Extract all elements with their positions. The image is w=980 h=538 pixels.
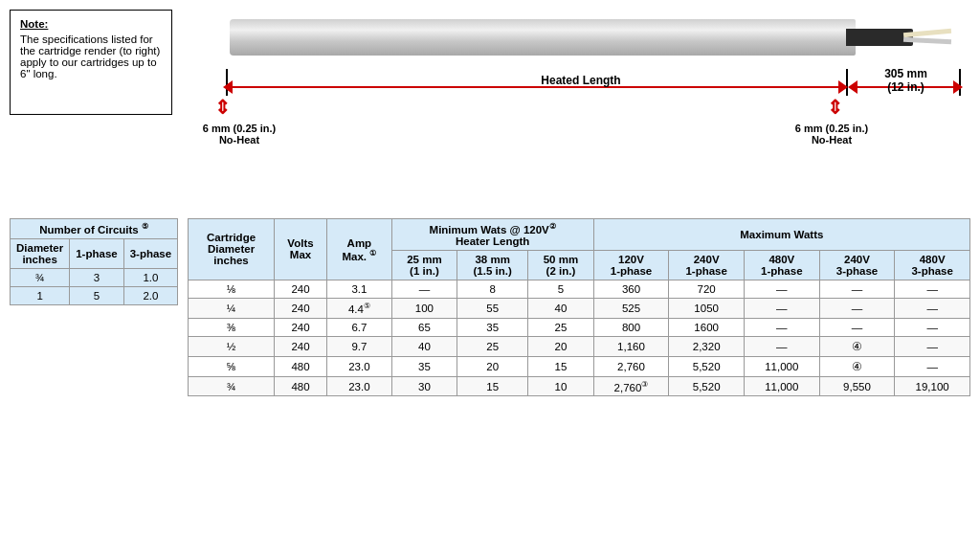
y-arrow-right: ⇕	[827, 96, 843, 119]
max120-cell: 525	[593, 298, 669, 318]
max480-1-cell: 11,000	[744, 356, 819, 376]
table-row: ¾ 3 1.0	[11, 268, 178, 286]
sub-120v: 120V1-phase	[593, 250, 669, 280]
sub-50mm: 50 mm(2 in.)	[528, 250, 594, 280]
threephase-cell: 2.0	[123, 286, 177, 304]
left-table-container: Number of Circuits ⑤ Diameterinches 1-ph…	[10, 218, 178, 305]
volts-cell: 480	[274, 356, 326, 376]
w38-cell: 20	[457, 356, 528, 376]
max480-3-cell: —	[895, 336, 970, 356]
max240-3-cell: 9,550	[819, 376, 895, 396]
w50-cell: 40	[528, 298, 594, 318]
sub-240v1: 240V1-phase	[669, 250, 745, 280]
max120-cell: 2,760③	[593, 376, 669, 396]
diam-cell: ⅛	[189, 280, 275, 298]
volts-header: VoltsMax	[274, 219, 326, 280]
heated-length-arrow-line	[225, 86, 846, 88]
amp-cell: 23.0	[327, 356, 392, 376]
circuits-header: Number of Circuits ⑤	[11, 219, 178, 239]
sub-240v3: 240V3-phase	[819, 250, 895, 280]
amp-cell: 9.7	[327, 336, 392, 356]
diagram-area: Heated Length 305 mm (12 in.) ⇕ ⇕ 6 mm (…	[191, 10, 970, 201]
max240-3-cell: ④	[819, 336, 895, 356]
max120-cell: 2,760	[593, 356, 669, 376]
note-title: Note:	[20, 18, 162, 30]
volts-cell: 240	[274, 298, 326, 318]
col-3phase: 3-phase	[123, 238, 177, 268]
max480-3-cell: —	[895, 298, 970, 318]
specs-table: CartridgeDiameterinches VoltsMax AmpMax.…	[188, 218, 970, 396]
diam-cell: 1	[11, 286, 70, 304]
table-row: 1 5 2.0	[11, 286, 178, 304]
w50-cell: 20	[528, 336, 594, 356]
w25-cell: —	[391, 280, 457, 298]
max240-3-cell: —	[819, 298, 895, 318]
max120-cell: 360	[593, 280, 669, 298]
volts-cell: 240	[274, 318, 326, 336]
max240-1-cell: 720	[669, 280, 745, 298]
table-row: ⅛ 240 3.1 — 8 5 360 720 — — —	[189, 280, 970, 298]
table-row: ¾ 480 23.0 30 15 10 2,760③ 5,520 11,000 …	[189, 376, 970, 396]
w25-cell: 65	[391, 318, 457, 336]
w38-cell: 25	[457, 336, 528, 356]
onephase-cell: 3	[70, 268, 123, 286]
max240-1-cell: 5,520	[669, 376, 745, 396]
volts-cell: 240	[274, 280, 326, 298]
max240-1-cell: 5,520	[669, 356, 745, 376]
col-diameter: Diameterinches	[11, 238, 70, 268]
w50-cell: 15	[528, 356, 594, 376]
no-heat-right-label: 6 mm (0.25 in.)No-Heat	[789, 123, 875, 146]
table-row: ⅝ 480 23.0 35 20 15 2,760 5,520 11,000 ④…	[189, 356, 970, 376]
w50-cell: 25	[528, 318, 594, 336]
amp-cell: 23.0	[327, 376, 392, 396]
arrow-right-head	[838, 80, 848, 94]
note-box: Note: The specifications listed for the …	[10, 10, 172, 115]
left-table-body: ¾ 3 1.0 1 5 2.0	[11, 268, 178, 304]
main-table-body: ⅛ 240 3.1 — 8 5 360 720 — — — ¼ 240 4.4⑤…	[189, 280, 970, 396]
w38-cell: 15	[457, 376, 528, 396]
main-table-container: CartridgeDiameterinches VoltsMax AmpMax.…	[188, 218, 970, 396]
diam-cell: ½	[189, 336, 275, 356]
max480-3-cell: —	[895, 280, 970, 298]
diam-cell: ⅝	[189, 356, 275, 376]
diam-cell: ⅜	[189, 318, 275, 336]
sub-38mm: 38 mm(1.5 in.)	[457, 250, 528, 280]
sub-25mm: 25 mm(1 in.)	[391, 250, 457, 280]
diam-cell: ¾	[189, 376, 275, 396]
heated-length-label: Heated Length	[541, 74, 620, 87]
max240-3-cell: —	[819, 280, 895, 298]
amp-cell: 4.4⑤	[327, 298, 392, 318]
max240-3-cell: ④	[819, 356, 895, 376]
amp-cell: 6.7	[327, 318, 392, 336]
max480-1-cell: —	[744, 298, 819, 318]
w38-cell: 8	[457, 280, 528, 298]
cartridge-body	[230, 19, 856, 56]
volts-cell: 480	[274, 376, 326, 396]
arrow-left-head	[223, 80, 233, 94]
max-watts-header: Maximum Watts	[593, 219, 969, 251]
table-row: ½ 240 9.7 40 25 20 1,160 2,320 — ④ —	[189, 336, 970, 356]
w25-cell: 40	[391, 336, 457, 356]
max120-cell: 1,160	[593, 336, 669, 356]
right-dimension-label: 305 mm (12 in.)	[851, 67, 961, 94]
amp-cell: 3.1	[327, 280, 392, 298]
col-1phase: 1-phase	[70, 238, 123, 268]
w25-cell: 100	[391, 298, 457, 318]
sub-480v3: 480V3-phase	[895, 250, 970, 280]
max480-3-cell: —	[895, 356, 970, 376]
max240-1-cell: 1600	[669, 318, 745, 336]
diam-cell: ¼	[189, 298, 275, 318]
w25-cell: 30	[391, 376, 457, 396]
max240-1-cell: 1050	[669, 298, 745, 318]
w50-cell: 5	[528, 280, 594, 298]
onephase-cell: 5	[70, 286, 123, 304]
max480-1-cell: —	[744, 280, 819, 298]
cartridge-diam-header: CartridgeDiameterinches	[189, 219, 275, 280]
max240-3-cell: —	[819, 318, 895, 336]
diam-cell: ¾	[11, 268, 70, 286]
w25-cell: 35	[391, 356, 457, 376]
sub-480v1: 480V1-phase	[744, 250, 819, 280]
max480-1-cell: —	[744, 318, 819, 336]
w50-cell: 10	[528, 376, 594, 396]
max480-1-cell: 11,000	[744, 376, 819, 396]
